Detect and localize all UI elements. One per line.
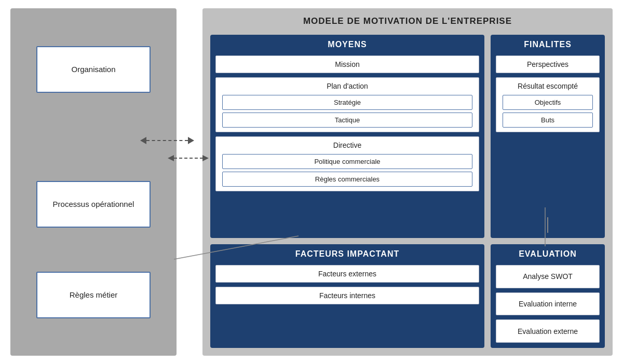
modele-title: MODELE DE MOTIVATION DE L'ENTREPRISE	[210, 16, 605, 26]
eval-externe-box: Evaluation externe	[496, 319, 600, 343]
organisation-box: Organisation	[36, 46, 151, 93]
directive-title: Directive	[222, 141, 472, 149]
tactique-box: Tactique	[222, 113, 472, 128]
moyens-header: MOYENS	[215, 40, 479, 49]
politique-box: Politique commerciale	[222, 154, 472, 169]
facteurs-externes-box: Facteurs externes	[215, 265, 479, 283]
regles-metier-box: Règles métier	[36, 272, 151, 318]
resultat-group: Résultat escompté Objectifs Buts	[496, 77, 600, 132]
moyens-panel: MOYENS Mission Plan d'action Stratégie T…	[210, 35, 484, 238]
plan-action-title: Plan d'action	[222, 82, 472, 90]
connector-space	[496, 136, 600, 233]
main-diagram: Organisation Processus opérationnel Règl…	[10, 8, 613, 356]
resultat-title: Résultat escompté	[503, 82, 593, 90]
directive-group: Directive Politique commerciale Règles c…	[215, 136, 479, 191]
eval-interne-box: Evaluation interne	[496, 292, 600, 316]
finalites-panel: FINALITES Perspectives Résultat escompté…	[491, 35, 605, 238]
processus-box: Processus opérationnel	[36, 181, 151, 228]
left-panel: Organisation Processus opérationnel Règl…	[10, 8, 177, 356]
finalites-header: FINALITES	[496, 40, 600, 49]
swot-box: Analyse SWOT	[496, 265, 600, 288]
objectifs-box: Objectifs	[503, 95, 593, 110]
perspectives-box: Perspectives	[496, 55, 600, 73]
buts-box: Buts	[503, 113, 593, 128]
facteurs-internes-box: Facteurs internes	[215, 287, 479, 304]
top-row: MOYENS Mission Plan d'action Stratégie T…	[210, 35, 605, 238]
facteurs-panel: FACTEURS IMPACTANT Facteurs externes Fac…	[210, 244, 484, 348]
plan-action-group: Plan d'action Stratégie Tactique	[215, 77, 479, 132]
evaluation-header: EVALUATION	[496, 249, 600, 259]
bottom-row: FACTEURS IMPACTANT Facteurs externes Fac…	[210, 244, 605, 348]
regles-com-box: Règles commerciales	[222, 172, 472, 187]
arrow-left-icon	[140, 137, 146, 144]
strategie-box: Stratégie	[222, 95, 472, 110]
modele-panel: MODELE DE MOTIVATION DE L'ENTREPRISE MOY…	[202, 8, 613, 356]
mission-box: Mission	[215, 55, 479, 73]
arrow-spacer	[177, 8, 202, 356]
evaluation-panel: EVALUATION Analyse SWOT Evaluation inter…	[491, 244, 605, 348]
vertical-connector	[547, 217, 548, 233]
facteurs-header: FACTEURS IMPACTANT	[215, 249, 479, 259]
